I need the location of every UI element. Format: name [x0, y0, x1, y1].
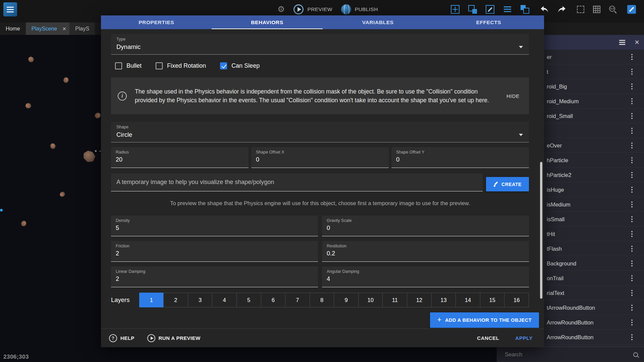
- help-button[interactable]: ? HELP: [109, 334, 135, 342]
- layer-button-3[interactable]: 3: [188, 293, 213, 307]
- panel-close-icon[interactable]: ×: [635, 38, 639, 46]
- restitution-field[interactable]: Restitution 0.2: [322, 241, 529, 262]
- asteroid-sprite[interactable]: [21, 221, 26, 227]
- object-menu-icon[interactable]: [631, 130, 633, 131]
- object-menu-icon[interactable]: [631, 292, 633, 294]
- search-icon[interactable]: [633, 352, 638, 357]
- undo-icon[interactable]: [540, 6, 549, 13]
- new-object-icon[interactable]: [627, 5, 636, 14]
- layer-button-6[interactable]: 6: [261, 293, 286, 307]
- object-menu-icon[interactable]: [631, 322, 633, 323]
- shape-offset-y-field[interactable]: Shape Offset Y 0: [391, 147, 529, 168]
- object-menu-icon[interactable]: [631, 278, 633, 279]
- apply-button[interactable]: APPLY: [515, 335, 533, 341]
- fit-selection-icon[interactable]: [577, 6, 584, 13]
- main-menu-button[interactable]: [3, 2, 17, 16]
- shape-offset-y-value: 0: [396, 156, 524, 163]
- dialog-tab-effects[interactable]: EFFECTS: [433, 15, 544, 29]
- angular-damping-field[interactable]: Angular Damping 4: [322, 266, 529, 287]
- create-button[interactable]: CREATE: [486, 177, 529, 191]
- object-menu-icon[interactable]: [631, 101, 633, 102]
- layers-icon[interactable]: [521, 5, 529, 14]
- shape-select[interactable]: Shape Circle: [111, 122, 529, 142]
- dialog-scrollbar[interactable]: [540, 162, 542, 299]
- instances-list-icon[interactable]: [503, 5, 512, 14]
- object-menu-icon[interactable]: [631, 248, 633, 249]
- filter-icon[interactable]: [619, 40, 625, 41]
- object-menu-icon[interactable]: [631, 189, 633, 190]
- tab-playscene[interactable]: PlayScene ×: [26, 22, 70, 35]
- layer-button-5[interactable]: 5: [236, 293, 261, 307]
- object-menu-icon[interactable]: [631, 263, 633, 264]
- tab-playscene-events[interactable]: PlayS: [69, 22, 95, 35]
- layer-button-14[interactable]: 14: [455, 293, 480, 307]
- edit-scene-icon[interactable]: [486, 5, 494, 14]
- layer-button-11[interactable]: 11: [382, 293, 407, 307]
- asteroid-sprite[interactable]: [49, 142, 57, 150]
- layer-button-16[interactable]: 16: [504, 293, 529, 307]
- layer-button-2[interactable]: 2: [163, 293, 188, 307]
- asteroid-sprite[interactable]: [82, 150, 96, 163]
- radius-field[interactable]: Radius 20: [111, 147, 249, 168]
- layer-button-12[interactable]: 12: [407, 293, 432, 307]
- object-menu-icon[interactable]: [631, 115, 633, 117]
- search-input[interactable]: [504, 351, 630, 358]
- friction-field[interactable]: Friction 2: [111, 241, 318, 262]
- asteroid-sprite[interactable]: [59, 191, 66, 198]
- type-select[interactable]: Type Dynamic: [111, 34, 529, 55]
- shape-params-row: Radius 20 Shape Offset X 0 Shape Offset …: [111, 147, 529, 168]
- cancel-button[interactable]: CANCEL: [477, 335, 499, 341]
- dialog-tab-variables[interactable]: VARIABLES: [323, 15, 433, 29]
- object-menu-icon[interactable]: [631, 56, 633, 58]
- object-menu-icon[interactable]: [631, 337, 633, 338]
- close-tab-icon[interactable]: ×: [62, 25, 66, 32]
- layer-button-13[interactable]: 13: [431, 293, 456, 307]
- zoom-reset-icon[interactable]: 1:1: [609, 6, 616, 13]
- run-preview-button[interactable]: RUN A PREVIEW: [147, 334, 201, 342]
- asteroid-sprite[interactable]: [94, 111, 102, 119]
- layer-button-10[interactable]: 10: [358, 293, 383, 307]
- asteroid-sprite[interactable]: [63, 77, 69, 83]
- checkbox-bullet[interactable]: Bullet: [115, 62, 142, 69]
- preview-button[interactable]: PREVIEW: [293, 4, 332, 14]
- object-menu-icon[interactable]: [631, 233, 633, 235]
- density-field[interactable]: Density 5: [111, 216, 318, 236]
- object-menu-icon[interactable]: [631, 219, 633, 220]
- project-settings-icon[interactable]: ⚙: [277, 5, 285, 13]
- layer-button-1[interactable]: 1: [139, 293, 164, 307]
- object-menu-icon[interactable]: [631, 86, 633, 87]
- temp-image-field[interactable]: A temporary image to help you visualize …: [111, 173, 483, 191]
- dialog-tab-properties[interactable]: PROPERTIES: [101, 15, 212, 29]
- object-menu-icon[interactable]: [631, 160, 633, 161]
- asteroid-sprite[interactable]: [24, 102, 32, 110]
- object-menu-icon[interactable]: [631, 145, 633, 146]
- object-menu-icon[interactable]: [631, 174, 633, 176]
- type-label: Type: [116, 37, 524, 42]
- object-menu-icon[interactable]: [631, 204, 633, 205]
- layer-button-9[interactable]: 9: [334, 293, 359, 307]
- object-menu-icon[interactable]: [631, 307, 633, 308]
- footer-actions: CANCEL APPLY: [477, 335, 537, 341]
- layer-button-7[interactable]: 7: [285, 293, 310, 307]
- gravity-scale-field[interactable]: Gravity Scale 0: [322, 216, 529, 236]
- selection-handle-dot[interactable]: [95, 150, 97, 152]
- checkbox-fixed-rotation[interactable]: Fixed Rotation: [156, 62, 206, 69]
- add-behavior-button[interactable]: + ADD A BEHAVIOR TO THE OBJECT: [430, 312, 539, 328]
- layer-button-15[interactable]: 15: [480, 293, 505, 307]
- layer-button-4[interactable]: 4: [212, 293, 237, 307]
- move-instances-icon[interactable]: [451, 5, 460, 14]
- asteroid-sprite[interactable]: [28, 56, 35, 63]
- dialog-tab-behaviors[interactable]: BEHAVIORS: [212, 15, 322, 29]
- layer-button-8[interactable]: 8: [310, 293, 334, 307]
- boolean-union-icon[interactable]: [468, 5, 477, 14]
- hide-button[interactable]: HIDE: [506, 93, 520, 99]
- object-label: tFlash: [547, 245, 562, 252]
- publish-button[interactable]: PUBLISH: [341, 4, 378, 14]
- grid-icon[interactable]: [593, 6, 600, 13]
- object-menu-icon[interactable]: [631, 71, 633, 72]
- redo-icon[interactable]: [557, 6, 566, 13]
- tab-home[interactable]: Home: [0, 22, 26, 35]
- shape-offset-x-field[interactable]: Shape Offset X 0: [251, 147, 389, 168]
- linear-damping-field[interactable]: Linear Damping 2: [111, 266, 318, 287]
- checkbox-can-sleep[interactable]: Can Sleep: [220, 62, 260, 69]
